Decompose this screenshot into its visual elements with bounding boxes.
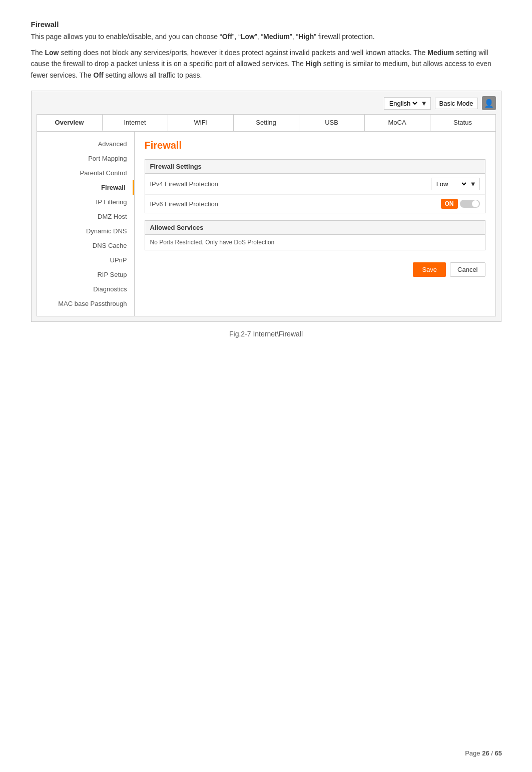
main-area: Advanced Port Mapping Parental Control F… bbox=[37, 132, 496, 316]
tab-setting[interactable]: Setting bbox=[234, 115, 299, 131]
ipv6-row: IPv6 Firewall Protection ON bbox=[145, 195, 485, 213]
figure-caption: Fig.2-7 Internet\Firewall bbox=[31, 330, 501, 338]
nav-tabs: Overview Internet WiFi Setting USB MoCA … bbox=[37, 114, 496, 132]
allowed-services-section: Allowed Services No Ports Restricted, On… bbox=[145, 220, 485, 250]
footer-current-page: 26 bbox=[482, 749, 489, 757]
content-panel: Firewall Firewall Settings IPv4 Firewall… bbox=[135, 132, 495, 316]
sidebar-item-diagnostics[interactable]: Diagnostics bbox=[37, 282, 134, 296]
allowed-services-text: No Ports Restricted, Only have DoS Prote… bbox=[145, 235, 485, 250]
basic-mode-button[interactable]: Basic Mode bbox=[435, 98, 478, 109]
intro-text: This page allows you to enable/disable, … bbox=[31, 32, 501, 42]
dropdown-arrow-icon: ▼ bbox=[421, 100, 427, 107]
language-dropdown[interactable]: English bbox=[387, 99, 419, 108]
footer-separator: / bbox=[491, 749, 493, 757]
ipv4-control: Low Off Medium High ▼ bbox=[431, 178, 480, 190]
cancel-button[interactable]: Cancel bbox=[450, 262, 485, 277]
allowed-services-header: Allowed Services bbox=[145, 221, 485, 235]
tab-overview[interactable]: Overview bbox=[37, 115, 103, 131]
router-ui-screenshot: English ▼ Basic Mode 👤 Overview Internet… bbox=[31, 91, 501, 322]
sidebar: Advanced Port Mapping Parental Control F… bbox=[37, 132, 135, 316]
sidebar-item-upnp[interactable]: UPnP bbox=[37, 253, 134, 267]
sidebar-item-port-mapping[interactable]: Port Mapping bbox=[37, 151, 134, 166]
top-bar: English ▼ Basic Mode 👤 bbox=[37, 96, 496, 110]
section-title: Firewall bbox=[31, 20, 501, 29]
ipv4-select[interactable]: Low Off Medium High bbox=[434, 180, 468, 188]
language-selector[interactable]: English ▼ bbox=[384, 97, 431, 110]
footer-page-text: Page bbox=[465, 749, 480, 757]
sidebar-item-ip-filtering[interactable]: IP Filtering bbox=[37, 195, 134, 209]
tab-moca[interactable]: MoCA bbox=[365, 115, 430, 131]
action-row: Save Cancel bbox=[145, 257, 485, 277]
ipv4-row: IPv4 Firewall Protection Low Off Medium … bbox=[145, 174, 485, 195]
sidebar-item-dns-cache[interactable]: DNS Cache bbox=[37, 238, 134, 253]
sidebar-item-advanced[interactable]: Advanced bbox=[37, 137, 134, 151]
save-button[interactable]: Save bbox=[413, 262, 446, 277]
tab-wifi[interactable]: WiFi bbox=[168, 115, 234, 131]
sidebar-item-mac-passthrough[interactable]: MAC base Passthrough bbox=[37, 296, 134, 311]
tab-usb[interactable]: USB bbox=[299, 115, 365, 131]
ipv4-label: IPv4 Firewall Protection bbox=[150, 180, 431, 188]
ipv6-control: ON bbox=[441, 199, 480, 209]
panel-title: Firewall bbox=[145, 140, 485, 151]
tab-status[interactable]: Status bbox=[430, 115, 495, 131]
doc-content: Firewall This page allows you to enable/… bbox=[31, 20, 501, 338]
sidebar-item-dynamic-dns[interactable]: Dynamic DNS bbox=[37, 224, 134, 238]
tab-internet[interactable]: Internet bbox=[103, 115, 168, 131]
firewall-settings-header: Firewall Settings bbox=[145, 160, 485, 174]
ipv6-toggle-slider[interactable] bbox=[460, 200, 480, 208]
detail-text: The Low setting does not block any servi… bbox=[31, 47, 501, 81]
sidebar-item-firewall[interactable]: Firewall bbox=[37, 180, 134, 195]
ipv4-dropdown-arrow-icon: ▼ bbox=[470, 180, 476, 188]
ipv4-dropdown[interactable]: Low Off Medium High ▼ bbox=[431, 178, 480, 190]
ipv6-toggle[interactable]: ON bbox=[441, 199, 458, 209]
sidebar-item-parental-control[interactable]: Parental Control bbox=[37, 166, 134, 180]
page-footer: Page 26 / 65 bbox=[465, 749, 502, 757]
footer-total-pages: 65 bbox=[495, 749, 502, 757]
sidebar-item-rip-setup[interactable]: RIP Setup bbox=[37, 267, 134, 282]
user-avatar-icon[interactable]: 👤 bbox=[482, 96, 496, 110]
ipv6-label: IPv6 Firewall Protection bbox=[150, 200, 441, 208]
firewall-settings-section: Firewall Settings IPv4 Firewall Protecti… bbox=[145, 159, 485, 213]
sidebar-item-dmz-host[interactable]: DMZ Host bbox=[37, 209, 134, 224]
